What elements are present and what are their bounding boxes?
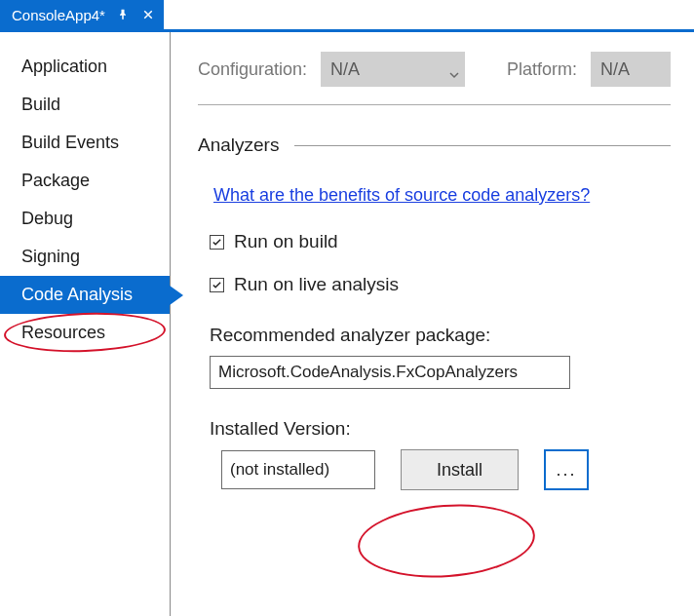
installed-version-row: (not installed) Install ... (210, 449, 671, 490)
run-on-live-checkbox[interactable] (210, 278, 224, 292)
section-title: Analyzers (198, 135, 279, 156)
sidebar-item-debug[interactable]: Debug (0, 200, 170, 238)
chevron-down-icon (449, 64, 459, 74)
document-tab[interactable]: ConsoleApp4* (0, 0, 164, 29)
run-on-live-label: Run on live analysis (234, 274, 399, 295)
sidebar-item-label: Code Analysis (21, 285, 133, 304)
configuration-select[interactable]: N/A (321, 52, 465, 87)
installed-version-label: Installed Version: (210, 418, 671, 440)
recommended-label: Recommended analyzer package: (210, 325, 671, 346)
sidebar-item-label: Package (21, 171, 90, 190)
run-on-build-label: Run on build (234, 231, 338, 252)
recommended-package-value: Microsoft.CodeAnalysis.FxCopAnalyzers (218, 363, 518, 382)
run-on-build-row: Run on build (210, 231, 671, 252)
more-button[interactable]: ... (544, 449, 589, 490)
close-icon[interactable] (140, 7, 156, 22)
tab-title: ConsoleApp4* (12, 7, 105, 23)
analyzers-section-header: Analyzers (198, 135, 671, 156)
installed-version-value: (not installed) (230, 460, 329, 480)
sidebar-item-label: Signing (21, 247, 80, 266)
platform-label: Platform: (507, 59, 577, 80)
sidebar-item-application[interactable]: Application (0, 48, 170, 86)
config-row: Configuration: N/A Platform: N/A (198, 52, 671, 105)
sidebar-item-label: Application (21, 57, 107, 76)
configuration-label: Configuration: (198, 59, 307, 80)
sidebar-item-resources[interactable]: Resources (0, 314, 170, 352)
sidebar-item-package[interactable]: Package (0, 162, 170, 200)
sidebar-item-code-analysis[interactable]: Code Analysis (0, 276, 170, 314)
annotation-ellipse (356, 499, 538, 584)
sidebar-item-signing[interactable]: Signing (0, 238, 170, 276)
platform-value: N/A (600, 59, 630, 80)
sidebar: Application Build Build Events Package D… (0, 32, 171, 616)
sidebar-item-label: Build (21, 95, 60, 114)
configuration-value: N/A (330, 59, 360, 80)
sidebar-item-label: Resources (21, 323, 105, 342)
sidebar-item-build[interactable]: Build (0, 86, 170, 124)
recommended-package-field[interactable]: Microsoft.CodeAnalysis.FxCopAnalyzers (210, 356, 570, 389)
platform-select[interactable]: N/A (591, 52, 671, 87)
install-button[interactable]: Install (401, 449, 519, 490)
pin-icon[interactable] (115, 7, 131, 22)
run-on-live-row: Run on live analysis (210, 274, 671, 295)
sidebar-item-label: Debug (21, 209, 73, 228)
installed-version-field[interactable]: (not installed) (221, 450, 375, 489)
section-divider (294, 145, 671, 146)
main-panel: Configuration: N/A Platform: N/A Analyze… (171, 32, 694, 616)
run-on-build-checkbox[interactable] (210, 235, 224, 250)
sidebar-item-build-events[interactable]: Build Events (0, 124, 170, 162)
tab-strip: ConsoleApp4* (0, 0, 694, 29)
sidebar-item-label: Build Events (21, 133, 119, 152)
help-link[interactable]: What are the benefits of source code ana… (213, 185, 590, 206)
